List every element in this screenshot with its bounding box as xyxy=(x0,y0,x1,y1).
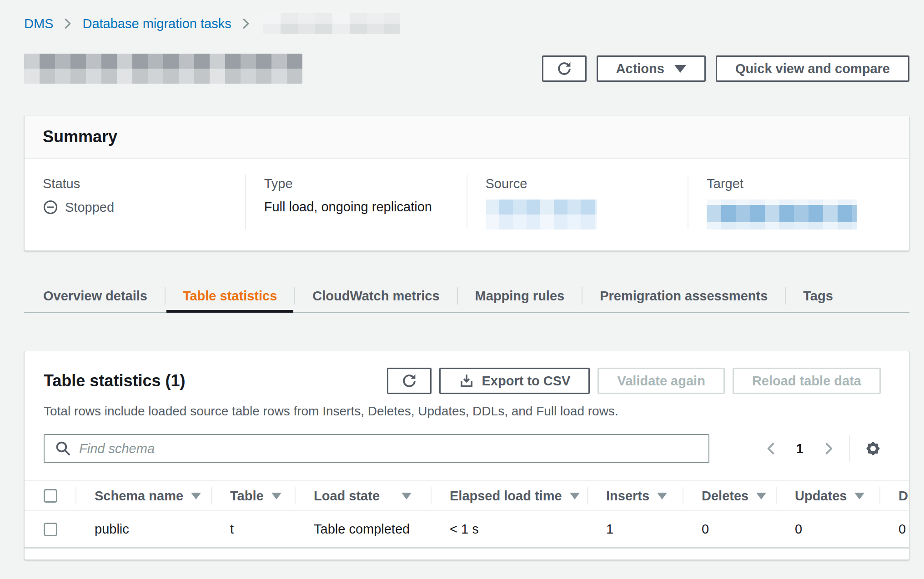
previous-page-button[interactable] xyxy=(761,441,781,456)
table-header-row: Schema name Table Load state Elapsed loa… xyxy=(25,481,909,511)
sort-caret-icon xyxy=(657,493,667,499)
source-value-redacted[interactable] xyxy=(486,200,597,230)
type-label: Type xyxy=(264,176,448,191)
cell-schema-name: public xyxy=(75,511,211,547)
table-refresh-button[interactable] xyxy=(387,368,432,394)
cell-elapsed-load-time: < 1 s xyxy=(431,511,587,547)
breadcrumb-link-dms[interactable]: DMS xyxy=(24,16,53,31)
summary-source-column: Source xyxy=(467,175,688,230)
status-value: Stopped xyxy=(43,200,227,215)
row-checkbox[interactable] xyxy=(44,523,57,536)
tab-overview-details[interactable]: Overview details xyxy=(24,280,165,312)
caret-down-icon xyxy=(674,65,686,73)
table-row: public t Table completed < 1 s 1 0 0 0 xyxy=(25,511,909,549)
refresh-icon xyxy=(401,373,417,389)
sort-caret-icon xyxy=(756,493,766,499)
actions-button[interactable]: Actions xyxy=(597,55,706,82)
column-header-updates[interactable]: Updates xyxy=(776,481,879,510)
header-actions: Actions Quick view and compare xyxy=(542,55,909,82)
refresh-button[interactable] xyxy=(542,55,587,82)
column-header-deletes[interactable]: Deletes xyxy=(683,481,776,510)
table-actions: Export to CSV Validate again Reload tabl… xyxy=(387,368,881,394)
source-label: Source xyxy=(486,176,670,191)
search-icon xyxy=(55,440,72,457)
column-header-ddls[interactable]: DDLs xyxy=(879,481,909,510)
summary-title: Summary xyxy=(43,127,891,146)
column-header-table[interactable]: Table xyxy=(211,481,295,510)
cell-table: t xyxy=(211,511,295,547)
search-input[interactable] xyxy=(79,441,698,456)
table-statistics-table: Schema name Table Load state Elapsed loa… xyxy=(25,480,909,549)
export-csv-button[interactable]: Export to CSV xyxy=(439,368,590,394)
chevron-right-icon xyxy=(62,17,73,30)
tab-bar: Overview details Table statistics CloudW… xyxy=(24,280,909,313)
summary-target-column: Target xyxy=(688,175,909,230)
column-header-schema-name[interactable]: Schema name xyxy=(75,481,211,510)
tab-premigration-assessments[interactable]: Premigration assessments xyxy=(583,280,785,312)
chevron-right-icon xyxy=(823,441,835,456)
sort-caret-icon xyxy=(271,493,281,499)
summary-card: Summary Status Stopped Type Full load, o… xyxy=(24,115,909,251)
summary-status-column: Status Stopped xyxy=(25,175,245,230)
next-page-button[interactable] xyxy=(819,441,839,456)
sort-caret-icon xyxy=(570,493,580,499)
summary-grid: Status Stopped Type Full load, ongoing r… xyxy=(25,159,909,250)
breadcrumb-link-tasks[interactable]: Database migration tasks xyxy=(82,16,231,31)
quick-view-compare-button[interactable]: Quick view and compare xyxy=(716,55,909,82)
gear-icon xyxy=(864,439,883,458)
reload-table-data-button[interactable]: Reload table data xyxy=(733,368,881,394)
page-title-redacted xyxy=(24,54,302,84)
select-all-checkbox[interactable] xyxy=(44,489,57,503)
tab-mapping-rules[interactable]: Mapping rules xyxy=(458,280,582,312)
row-select-cell xyxy=(25,511,75,547)
chevron-left-icon xyxy=(764,441,777,456)
select-all-cell xyxy=(25,481,75,510)
page-header: Actions Quick view and compare xyxy=(24,54,909,84)
table-statistics-title: Table statistics (1) xyxy=(44,371,185,390)
breadcrumb-current-redacted xyxy=(263,13,400,34)
table-settings-button[interactable] xyxy=(864,439,883,458)
tab-tags[interactable]: Tags xyxy=(786,280,850,312)
column-header-elapsed-load-time[interactable]: Elapsed load time xyxy=(431,481,587,510)
refresh-icon xyxy=(556,60,572,77)
summary-type-column: Type Full load, ongoing replication xyxy=(245,175,467,230)
table-statistics-card: Table statistics (1) Export to CSV xyxy=(24,351,909,560)
target-value-redacted[interactable] xyxy=(707,200,857,230)
sort-caret-icon xyxy=(402,493,412,499)
dms-task-page: DMS Database migration tasks Actions Qui… xyxy=(0,0,924,579)
chevron-right-icon xyxy=(241,17,251,30)
current-page-number[interactable]: 1 xyxy=(781,441,819,456)
breadcrumb: DMS Database migration tasks xyxy=(24,0,909,34)
cell-load-state: Table completed xyxy=(295,511,431,547)
column-header-load-state[interactable]: Load state xyxy=(295,481,431,510)
tab-table-statistics[interactable]: Table statistics xyxy=(166,280,294,312)
pagination: 1 xyxy=(761,435,883,462)
sort-caret-icon xyxy=(191,493,201,499)
schema-search-box xyxy=(44,434,709,463)
validate-again-button[interactable]: Validate again xyxy=(598,368,724,394)
cell-ddls: 0 xyxy=(879,511,909,547)
cell-deletes: 0 xyxy=(683,511,776,547)
cell-inserts: 1 xyxy=(587,511,683,547)
download-icon xyxy=(459,373,474,389)
summary-card-header: Summary xyxy=(25,115,909,159)
cell-updates: 0 xyxy=(776,511,879,547)
type-value: Full load, ongoing replication xyxy=(264,200,448,215)
pagination-divider xyxy=(849,435,850,462)
tab-cloudwatch-metrics[interactable]: CloudWatch metrics xyxy=(295,280,457,312)
target-label: Target xyxy=(707,176,891,191)
sort-caret-icon xyxy=(854,493,864,499)
table-statistics-description: Total rows include loaded source table r… xyxy=(25,394,909,419)
column-header-inserts[interactable]: Inserts xyxy=(587,481,683,510)
stopped-circle-minus-icon xyxy=(43,200,58,215)
status-label: Status xyxy=(43,176,227,191)
